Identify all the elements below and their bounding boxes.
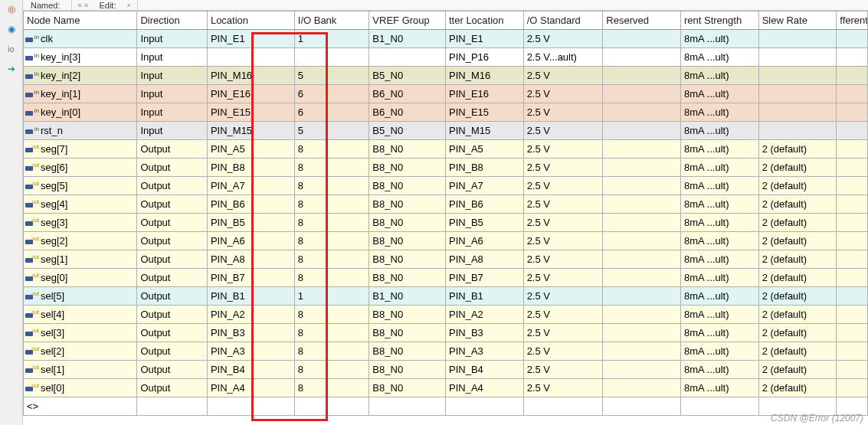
table-row[interactable]: seg[2]OutputPIN_A68B8_N0PIN_A62.5 V8mA .…: [24, 232, 868, 250]
cell-differential[interactable]: [837, 177, 868, 195]
cell-differential[interactable]: [837, 67, 868, 85]
cell-location[interactable]: PIN_B4: [207, 361, 294, 379]
cell-vref-group[interactable]: B8_N0: [369, 214, 446, 232]
cell-slew-rate[interactable]: 2 (default): [758, 177, 837, 195]
cell-slew-rate[interactable]: [758, 122, 837, 140]
cell-vref-group[interactable]: B8_N0: [369, 269, 446, 287]
cell-io-standard[interactable]: 2.5 V: [523, 250, 603, 269]
cell-name[interactable]: seg[6]: [24, 159, 137, 177]
col-node-name[interactable]: Node Name: [24, 11, 137, 30]
cell-io-standard[interactable]: 2.5 V: [523, 140, 603, 159]
cell-name[interactable]: clk: [24, 30, 137, 48]
cell-reserved[interactable]: [603, 122, 681, 140]
cell-direction[interactable]: Input: [137, 30, 207, 48]
cell-reserved[interactable]: [603, 177, 681, 195]
cell-vref-group[interactable]: B8_N0: [369, 159, 446, 177]
cell-fitter-location[interactable]: PIN_A5: [445, 140, 523, 159]
table-row[interactable]: sel[5]OutputPIN_B11B1_N0PIN_B12.5 V8mA .…: [24, 287, 868, 306]
col-location[interactable]: Location: [207, 11, 294, 30]
cell-name[interactable]: key_in[2]: [24, 67, 137, 85]
cell-io-bank[interactable]: 5: [294, 67, 369, 85]
table-row[interactable]: rst_nInputPIN_M155B5_N0PIN_M152.5 V8mA .…: [24, 122, 868, 140]
cell-vref-group[interactable]: B8_N0: [369, 232, 446, 250]
cell-io-bank[interactable]: 8: [294, 214, 369, 232]
cell-location[interactable]: PIN_A8: [207, 250, 294, 269]
cell-reserved[interactable]: [603, 140, 681, 159]
cell-slew-rate[interactable]: [758, 103, 837, 122]
cell-location[interactable]: PIN_B6: [207, 195, 294, 214]
table-row[interactable]: seg[6]OutputPIN_B88B8_N0PIN_B82.5 V8mA .…: [24, 159, 868, 177]
cell-reserved[interactable]: [603, 306, 681, 324]
cell-vref-group[interactable]: B8_N0: [369, 195, 446, 214]
cell-reserved[interactable]: [603, 48, 681, 67]
cell-location[interactable]: PIN_E1: [207, 30, 294, 48]
table-row[interactable]: seg[0]OutputPIN_B78B8_N0PIN_B72.5 V8mA .…: [24, 269, 868, 287]
cell-current-strength[interactable]: 8mA ...ult): [680, 250, 758, 269]
cell-name[interactable]: key_in[3]: [24, 48, 137, 67]
cell-location[interactable]: PIN_B5: [207, 214, 294, 232]
cell-vref-group[interactable]: B8_N0: [369, 342, 446, 361]
cell-current-strength[interactable]: 8mA ...ult): [680, 361, 758, 379]
cell-slew-rate[interactable]: 2 (default): [758, 250, 837, 269]
cell-slew-rate[interactable]: 2 (default): [758, 195, 837, 214]
cell-location[interactable]: PIN_A5: [207, 140, 294, 159]
cell-io-standard[interactable]: 2.5 V: [523, 269, 603, 287]
cell-location[interactable]: PIN_B8: [207, 159, 294, 177]
cell-vref-group[interactable]: B8_N0: [369, 361, 446, 379]
cell-fitter-location[interactable]: PIN_E1: [445, 30, 523, 48]
cell-direction[interactable]: Input: [137, 48, 207, 67]
tool-target-icon[interactable]: ◎: [4, 2, 19, 17]
table-row[interactable]: seg[3]OutputPIN_B58B8_N0PIN_B52.5 V8mA .…: [24, 214, 868, 232]
cell-io-standard[interactable]: 2.5 V: [523, 85, 603, 103]
cell-direction[interactable]: Output: [137, 342, 207, 361]
col-vref-group[interactable]: VREF Group: [369, 11, 446, 30]
cell-io-bank[interactable]: 8: [294, 232, 369, 250]
col-io-bank[interactable]: I/O Bank: [294, 11, 369, 30]
cell-io-bank[interactable]: 8: [294, 250, 369, 269]
cell-vref-group[interactable]: B5_N0: [369, 122, 446, 140]
cell-location[interactable]: PIN_A3: [207, 342, 294, 361]
cell-fitter-location[interactable]: PIN_A7: [445, 177, 523, 195]
cell-differential[interactable]: [837, 306, 868, 324]
table-row[interactable]: sel[2]OutputPIN_A38B8_N0PIN_A32.5 V8mA .…: [24, 342, 868, 361]
cell-current-strength[interactable]: 8mA ...ult): [680, 177, 758, 195]
cell-slew-rate[interactable]: 2 (default): [758, 361, 837, 379]
cell-io-standard[interactable]: 2.5 V: [523, 379, 603, 397]
cell-current-strength[interactable]: 8mA ...ult): [680, 287, 758, 306]
cell-name[interactable]: sel[3]: [24, 324, 137, 342]
table-row[interactable]: seg[7]OutputPIN_A58B8_N0PIN_A52.5 V8mA .…: [24, 140, 868, 159]
cell-current-strength[interactable]: 8mA ...ult): [680, 48, 758, 67]
cell-reserved[interactable]: [603, 379, 681, 397]
cell-vref-group[interactable]: B8_N0: [369, 250, 446, 269]
cell-io-standard[interactable]: 2.5 V: [523, 232, 603, 250]
cell-slew-rate[interactable]: [758, 85, 837, 103]
cell-current-strength[interactable]: 8mA ...ult): [680, 324, 758, 342]
cell-io-bank[interactable]: 6: [294, 85, 369, 103]
cell-io-bank[interactable]: 8: [294, 379, 369, 397]
col-current-strength[interactable]: rent Strength: [680, 11, 758, 30]
cell-direction[interactable]: Output: [137, 324, 207, 342]
table-row[interactable]: seg[1]OutputPIN_A88B8_N0PIN_A82.5 V8mA .…: [24, 250, 868, 269]
cell-io-standard[interactable]: 2.5 V: [523, 103, 603, 122]
cell-vref-group[interactable]: [369, 48, 446, 67]
table-row[interactable]: sel[1]OutputPIN_B48B8_N0PIN_B42.5 V8mA .…: [24, 361, 868, 379]
cell-location[interactable]: [207, 48, 294, 67]
cell-vref-group[interactable]: B1_N0: [369, 287, 446, 306]
cell-fitter-location[interactable]: PIN_A8: [445, 250, 523, 269]
table-row[interactable]: key_in[0]InputPIN_E156B6_N0PIN_E152.5 V8…: [24, 103, 868, 122]
cell-reserved[interactable]: [603, 195, 681, 214]
cell-reserved[interactable]: [603, 85, 681, 103]
cell-reserved[interactable]: [603, 232, 681, 250]
cell-reserved[interactable]: [603, 269, 681, 287]
table-row[interactable]: seg[4]OutputPIN_B68B8_N0PIN_B62.5 V8mA .…: [24, 195, 868, 214]
cell-slew-rate[interactable]: 2 (default): [758, 269, 837, 287]
cell-fitter-location[interactable]: PIN_P16: [445, 48, 523, 67]
cell-location[interactable]: PIN_A4: [207, 379, 294, 397]
cell-name[interactable]: seg[2]: [24, 232, 137, 250]
cell-fitter-location[interactable]: PIN_B5: [445, 214, 523, 232]
cell-fitter-location[interactable]: PIN_A2: [445, 306, 523, 324]
cell-io-standard[interactable]: 2.5 V: [523, 30, 603, 48]
cell-name[interactable]: seg[1]: [24, 250, 137, 269]
new-node-row[interactable]: <>: [24, 397, 868, 416]
tool-eye-icon[interactable]: ◉: [4, 21, 19, 37]
